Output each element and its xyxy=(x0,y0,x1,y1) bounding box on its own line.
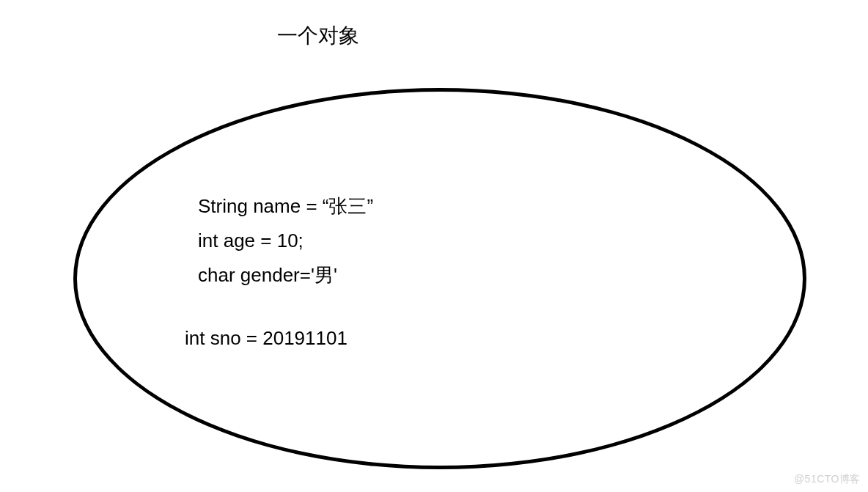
code-line-gender: char gender='男' xyxy=(198,258,373,293)
code-line-name: String name = “张三” xyxy=(198,189,373,224)
code-line-sno: int sno = 20191101 xyxy=(185,321,373,356)
diagram-title: 一个对象 xyxy=(277,22,359,50)
code-block: String name = “张三” int age = 10; char ge… xyxy=(198,189,373,356)
watermark-text: @51CTO博客 xyxy=(794,473,861,486)
code-line-age: int age = 10; xyxy=(198,224,373,258)
object-ellipse xyxy=(73,88,806,469)
